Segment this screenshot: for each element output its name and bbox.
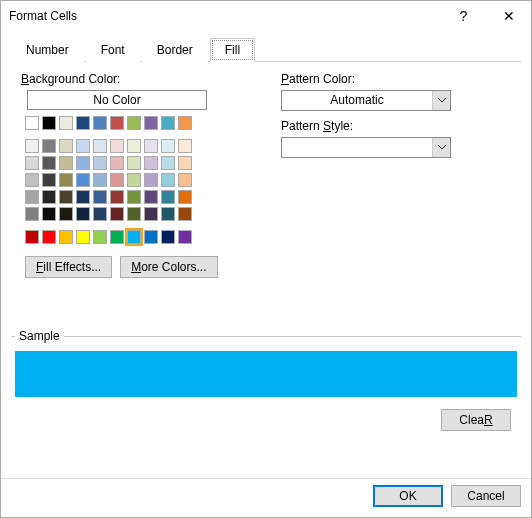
- pattern-color-label: Pattern Color:: [281, 72, 521, 86]
- color-swatch[interactable]: [59, 173, 73, 187]
- tab-border[interactable]: Border: [142, 38, 208, 62]
- color-swatch[interactable]: [144, 190, 158, 204]
- sample-swatch: [15, 351, 517, 397]
- format-cells-dialog: Format Cells ? ✕ Number Font Border Fill…: [0, 0, 532, 518]
- color-swatch[interactable]: [127, 230, 141, 244]
- title-bar: Format Cells ? ✕: [1, 1, 531, 31]
- pattern-section: Pattern Color: Automatic Pattern Style:: [281, 72, 521, 278]
- color-swatch[interactable]: [59, 230, 73, 244]
- no-color-button[interactable]: No Color: [27, 90, 207, 110]
- close-button[interactable]: ✕: [486, 1, 531, 31]
- color-swatch[interactable]: [144, 173, 158, 187]
- color-swatch[interactable]: [25, 156, 39, 170]
- chevron-down-icon: [432, 138, 450, 157]
- color-swatch[interactable]: [110, 156, 124, 170]
- help-button[interactable]: ?: [441, 1, 486, 31]
- more-colors-button[interactable]: More Colors...: [120, 256, 217, 278]
- color-swatch[interactable]: [25, 207, 39, 221]
- color-swatch[interactable]: [76, 230, 90, 244]
- color-swatch[interactable]: [76, 116, 90, 130]
- ok-button[interactable]: OK: [373, 485, 443, 507]
- color-swatch[interactable]: [76, 207, 90, 221]
- color-swatch[interactable]: [93, 116, 107, 130]
- color-swatch[interactable]: [42, 207, 56, 221]
- color-swatch[interactable]: [25, 230, 39, 244]
- color-swatch[interactable]: [144, 156, 158, 170]
- color-swatch[interactable]: [42, 190, 56, 204]
- color-swatch[interactable]: [110, 173, 124, 187]
- color-swatch[interactable]: [110, 116, 124, 130]
- color-swatch[interactable]: [110, 230, 124, 244]
- color-swatch[interactable]: [178, 156, 192, 170]
- color-swatch[interactable]: [144, 139, 158, 153]
- color-swatch[interactable]: [161, 190, 175, 204]
- pattern-style-value: [282, 138, 432, 157]
- tab-fill[interactable]: Fill: [210, 38, 255, 62]
- color-swatch[interactable]: [161, 230, 175, 244]
- color-swatch[interactable]: [178, 139, 192, 153]
- pattern-color-value: Automatic: [282, 91, 432, 110]
- color-swatch[interactable]: [161, 207, 175, 221]
- color-swatch[interactable]: [59, 207, 73, 221]
- color-swatch[interactable]: [76, 173, 90, 187]
- color-swatch[interactable]: [144, 207, 158, 221]
- color-swatch[interactable]: [93, 173, 107, 187]
- theme-color-row: [21, 116, 245, 130]
- color-swatch[interactable]: [42, 156, 56, 170]
- color-swatch[interactable]: [25, 190, 39, 204]
- color-swatch[interactable]: [178, 116, 192, 130]
- color-swatch[interactable]: [76, 156, 90, 170]
- color-swatch[interactable]: [178, 207, 192, 221]
- color-swatch[interactable]: [161, 173, 175, 187]
- clear-button[interactable]: CleaR: [441, 409, 511, 431]
- theme-shades-grid: [21, 139, 245, 221]
- color-swatch[interactable]: [178, 230, 192, 244]
- tab-strip: Number Font Border Fill: [11, 37, 521, 62]
- color-swatch[interactable]: [127, 139, 141, 153]
- color-swatch[interactable]: [93, 139, 107, 153]
- color-swatch[interactable]: [144, 116, 158, 130]
- fill-effects-button[interactable]: Fill Effects...: [25, 256, 112, 278]
- color-swatch[interactable]: [59, 190, 73, 204]
- color-swatch[interactable]: [76, 139, 90, 153]
- color-swatch[interactable]: [127, 156, 141, 170]
- color-swatch[interactable]: [93, 156, 107, 170]
- pattern-color-dropdown[interactable]: Automatic: [281, 90, 451, 111]
- color-swatch[interactable]: [161, 116, 175, 130]
- color-swatch[interactable]: [59, 139, 73, 153]
- background-color-section: Background Color: No Color Fill Effects.…: [21, 72, 245, 278]
- color-swatch[interactable]: [59, 116, 73, 130]
- tab-font[interactable]: Font: [86, 38, 140, 62]
- color-swatch[interactable]: [110, 207, 124, 221]
- color-swatch[interactable]: [25, 116, 39, 130]
- color-swatch[interactable]: [161, 139, 175, 153]
- color-swatch[interactable]: [127, 190, 141, 204]
- color-swatch[interactable]: [59, 156, 73, 170]
- color-swatch[interactable]: [127, 116, 141, 130]
- color-swatch[interactable]: [178, 173, 192, 187]
- color-swatch[interactable]: [161, 156, 175, 170]
- sample-group: Sample: [11, 336, 521, 401]
- chevron-down-icon: [432, 91, 450, 110]
- tab-number[interactable]: Number: [11, 38, 84, 62]
- color-swatch[interactable]: [110, 190, 124, 204]
- color-swatch[interactable]: [110, 139, 124, 153]
- color-swatch[interactable]: [76, 190, 90, 204]
- color-swatch[interactable]: [144, 230, 158, 244]
- color-swatch[interactable]: [93, 190, 107, 204]
- color-swatch[interactable]: [42, 116, 56, 130]
- dialog-footer: OK Cancel: [1, 478, 531, 517]
- pattern-style-dropdown[interactable]: [281, 137, 451, 158]
- color-swatch[interactable]: [127, 173, 141, 187]
- color-swatch[interactable]: [42, 230, 56, 244]
- color-swatch[interactable]: [127, 207, 141, 221]
- color-swatch[interactable]: [42, 173, 56, 187]
- color-swatch[interactable]: [93, 207, 107, 221]
- color-swatch[interactable]: [25, 139, 39, 153]
- color-swatch[interactable]: [178, 190, 192, 204]
- cancel-button[interactable]: Cancel: [451, 485, 521, 507]
- color-swatch[interactable]: [93, 230, 107, 244]
- dialog-title: Format Cells: [9, 9, 441, 23]
- color-swatch[interactable]: [25, 173, 39, 187]
- color-swatch[interactable]: [42, 139, 56, 153]
